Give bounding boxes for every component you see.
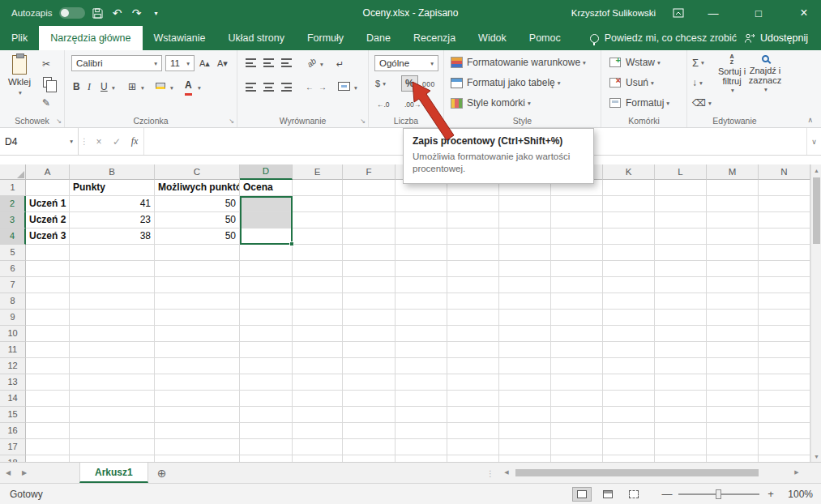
increase-decimal-button[interactable]: ←.0 — [377, 97, 390, 112]
tab-uklad-strony[interactable]: Układ strony — [216, 26, 295, 50]
number-format-select[interactable]: Ogólne ▾ — [374, 55, 438, 71]
align-middle-button[interactable] — [263, 58, 274, 67]
cell-K9[interactable] — [603, 310, 655, 326]
format-cells-button[interactable]: Formatuj ▾ — [609, 96, 669, 110]
cancel-button[interactable]: × — [90, 128, 108, 155]
name-box[interactable]: D4 ▾ — [0, 128, 79, 155]
sort-filter-button[interactable]: A Z Sortuj i filtruj ▾ — [715, 53, 749, 96]
cell-I2[interactable] — [499, 196, 551, 212]
accounting-format-button[interactable]: $ ▾ — [375, 76, 386, 91]
cell-I16[interactable] — [499, 423, 551, 439]
tab-formuly[interactable]: Formuły — [296, 26, 355, 50]
cell-B11[interactable] — [70, 342, 155, 358]
cell-C12[interactable] — [155, 358, 240, 374]
redo-button[interactable]: ↷ — [130, 4, 143, 22]
column-header-E[interactable]: E — [293, 164, 343, 180]
cell-J17[interactable] — [551, 439, 603, 455]
zoom-slider[interactable] — [678, 493, 759, 495]
tab-plik[interactable]: Plik — [0, 26, 39, 50]
cell-I4[interactable] — [499, 229, 551, 245]
autosum-button[interactable]: Σ ▾ — [692, 55, 704, 70]
close-button[interactable]: × — [787, 0, 821, 26]
cell-C7[interactable] — [155, 277, 240, 293]
customize-qat-caret-icon[interactable]: ▾ — [150, 4, 163, 22]
cell-H13[interactable] — [447, 374, 499, 391]
cell-I5[interactable] — [499, 245, 551, 261]
vertical-scrollbar[interactable]: ▲ ▼ — [810, 164, 821, 462]
cell-N9[interactable] — [759, 310, 810, 326]
cell-J3[interactable] — [551, 212, 603, 229]
cell-A1[interactable] — [26, 180, 70, 196]
cell-F10[interactable] — [343, 326, 396, 342]
row-header-2[interactable]: 2 — [0, 196, 26, 212]
horizontal-scroll-track[interactable] — [512, 468, 791, 477]
cell-H18[interactable] — [447, 455, 499, 462]
cell-M7[interactable] — [707, 277, 759, 293]
cell-E15[interactable] — [293, 407, 343, 423]
cell-F8[interactable] — [343, 293, 396, 310]
tab-pomoc[interactable]: Pomoc — [518, 26, 572, 50]
cell-M12[interactable] — [707, 358, 759, 374]
cell-G3[interactable] — [396, 212, 447, 229]
ribbon-display-options-button[interactable] — [672, 4, 685, 22]
cell-D18[interactable] — [240, 455, 293, 462]
row-header-17[interactable]: 17 — [0, 439, 26, 455]
decrease-indent-button[interactable]: ← — [306, 79, 314, 94]
cell-D1[interactable]: Ocena — [240, 180, 293, 196]
row-header-15[interactable]: 15 — [0, 407, 26, 423]
merge-center-button[interactable] — [338, 82, 350, 91]
cell-I6[interactable] — [499, 261, 551, 277]
comma-style-button[interactable]: 000 — [422, 77, 435, 92]
cell-A12[interactable] — [26, 358, 70, 374]
cell-M18[interactable] — [707, 455, 759, 462]
fill-color-caret-icon[interactable]: ▾ — [170, 84, 173, 92]
cell-M8[interactable] — [707, 293, 759, 310]
cell-N17[interactable] — [759, 439, 810, 455]
cell-K5[interactable] — [603, 245, 655, 261]
cell-K12[interactable] — [603, 358, 655, 374]
previous-sheet-icon[interactable]: ◀ — [0, 463, 16, 483]
cell-J5[interactable] — [551, 245, 603, 261]
cell-A11[interactable] — [26, 342, 70, 358]
cell-K1[interactable] — [603, 180, 655, 196]
cell-I9[interactable] — [499, 310, 551, 326]
cell-C4[interactable]: 50 — [155, 229, 240, 245]
scroll-right-icon[interactable]: ▶ — [791, 469, 802, 476]
row-header-10[interactable]: 10 — [0, 326, 26, 342]
cell-C8[interactable] — [155, 293, 240, 310]
cell-J12[interactable] — [551, 358, 603, 374]
cell-E6[interactable] — [293, 261, 343, 277]
cell-B8[interactable] — [70, 293, 155, 310]
cell-A15[interactable] — [26, 407, 70, 423]
cell-A2[interactable]: Uczeń 1 — [26, 196, 70, 212]
cell-B15[interactable] — [70, 407, 155, 423]
cell-L9[interactable] — [655, 310, 707, 326]
cell-K11[interactable] — [603, 342, 655, 358]
cell-C5[interactable] — [155, 245, 240, 261]
cell-C16[interactable] — [155, 423, 240, 439]
formula-bar-splitter[interactable]: ⋮ — [79, 128, 90, 155]
cell-D2[interactable] — [240, 196, 293, 212]
cell-J9[interactable] — [551, 310, 603, 326]
cell-E7[interactable] — [293, 277, 343, 293]
cell-L17[interactable] — [655, 439, 707, 455]
cell-K4[interactable] — [603, 229, 655, 245]
cell-E12[interactable] — [293, 358, 343, 374]
cell-F3[interactable] — [343, 212, 396, 229]
cell-M3[interactable] — [707, 212, 759, 229]
cell-C9[interactable] — [155, 310, 240, 326]
cell-C15[interactable] — [155, 407, 240, 423]
copy-button[interactable] — [43, 77, 52, 88]
cell-J18[interactable] — [551, 455, 603, 462]
cell-I7[interactable] — [499, 277, 551, 293]
cell-N2[interactable] — [759, 196, 810, 212]
cell-A4[interactable]: Uczeń 3 — [26, 229, 70, 245]
cell-M10[interactable] — [707, 326, 759, 342]
cell-L7[interactable] — [655, 277, 707, 293]
cell-D17[interactable] — [240, 439, 293, 455]
cell-I14[interactable] — [499, 391, 551, 407]
cell-M17[interactable] — [707, 439, 759, 455]
column-header-F[interactable]: F — [343, 164, 396, 180]
cell-B9[interactable] — [70, 310, 155, 326]
cell-G5[interactable] — [396, 245, 447, 261]
